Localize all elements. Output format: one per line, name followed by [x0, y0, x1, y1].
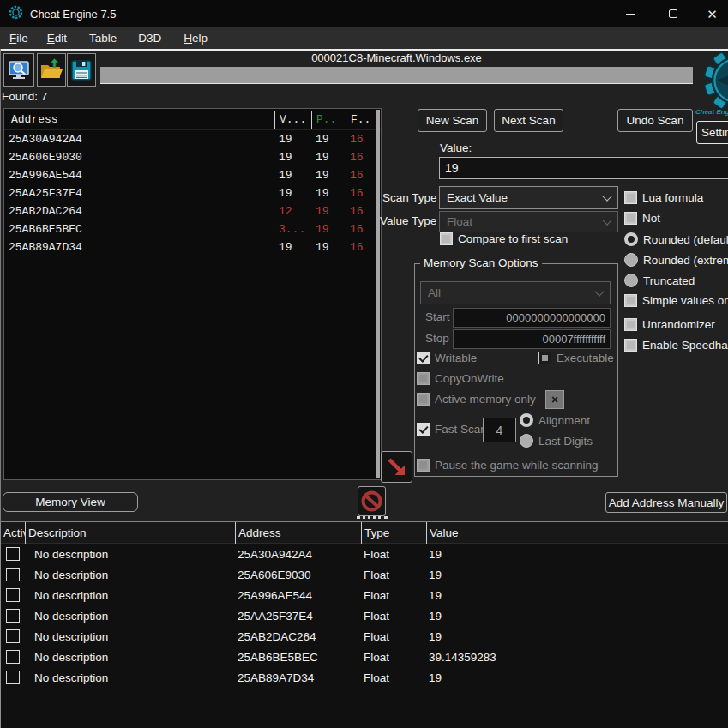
save-table-button[interactable]: [67, 53, 96, 87]
found-row[interactable]: 25A30A942A4 19 19 16: [4, 130, 381, 148]
active-checkbox[interactable]: [6, 609, 20, 623]
active-checkbox[interactable]: [6, 568, 20, 581]
scan-progress-bar: [100, 67, 693, 84]
alignment-radio[interactable]: [520, 413, 533, 427]
enable-speedhack-checkbox[interactable]: [624, 339, 637, 352]
pause-game-checkbox[interactable]: [417, 459, 430, 472]
address-row[interactable]: No description 25A606E9030 Float 19: [1, 564, 728, 585]
found-row[interactable]: 25AB2DAC264 12 19 16: [4, 202, 381, 220]
rounded-extreme-option[interactable]: Rounded (extrem: [624, 253, 728, 267]
column-value[interactable]: V...: [274, 111, 311, 129]
menu-table[interactable]: Table: [80, 32, 126, 45]
executable-checkbox[interactable]: [538, 352, 551, 364]
undo-scan-button[interactable]: Undo Scan: [617, 109, 693, 132]
writable-option[interactable]: Writable: [417, 352, 477, 364]
lua-formula-option[interactable]: Lua formula: [624, 191, 728, 204]
executable-option[interactable]: Executable: [538, 352, 614, 364]
not-checkbox[interactable]: [624, 212, 637, 225]
column-type[interactable]: Type: [361, 522, 426, 544]
menu-help[interactable]: Help: [174, 32, 217, 45]
lua-formula-checkbox[interactable]: [624, 191, 637, 204]
column-previous[interactable]: P..: [311, 111, 346, 129]
found-address: 25A996AE544: [4, 166, 274, 184]
found-row[interactable]: 25AA25F37E4 19 19 16: [4, 184, 381, 202]
address-row[interactable]: No description 25A30A942A4 Float 19: [1, 544, 728, 564]
found-row[interactable]: 25AB6BE5BEC 3... 19 16: [4, 220, 381, 238]
address-row[interactable]: No description 25AB89A7D34 Float 19: [1, 667, 728, 688]
close-button[interactable]: ✕: [696, 0, 728, 27]
maximize-button[interactable]: [653, 0, 693, 27]
column-address[interactable]: Address: [4, 113, 274, 126]
column-active[interactable]: Active: [1, 522, 25, 544]
save-floppy-icon: [70, 59, 93, 81]
fast-scan-option[interactable]: Fast Scan: [417, 423, 487, 436]
fast-scan-checkbox[interactable]: [417, 423, 430, 436]
settings-button[interactable]: Settings: [696, 121, 728, 144]
compare-first-scan-checkbox[interactable]: [440, 232, 453, 245]
value-label: Value:: [440, 141, 472, 154]
new-scan-button[interactable]: New Scan: [418, 109, 487, 132]
pause-game-option[interactable]: Pause the game while scanning: [417, 459, 616, 472]
active-memory-checkbox[interactable]: [417, 393, 430, 406]
rounded-default-radio[interactable]: [624, 232, 638, 246]
minimize-button[interactable]: [611, 0, 650, 27]
active-memory-x-button[interactable]: ×: [545, 390, 564, 409]
address-row[interactable]: No description 25AA25F37E4 Float 19: [1, 605, 728, 626]
active-checkbox[interactable]: [6, 650, 20, 664]
menu-edit[interactable]: Edit: [38, 32, 76, 45]
active-checkbox[interactable]: [6, 547, 20, 561]
copy-on-write-option[interactable]: CopyOnWrite: [417, 372, 504, 385]
memory-view-button[interactable]: Memory View: [3, 492, 138, 512]
active-memory-option[interactable]: Active memory only: [417, 393, 536, 406]
stop-address-field[interactable]: 00007fffffffffff: [453, 329, 611, 349]
found-value: 19: [274, 166, 311, 184]
copy-on-write-checkbox[interactable]: [417, 372, 430, 385]
add-address-manually-button[interactable]: Add Address Manually: [605, 492, 727, 513]
menu-file[interactable]: File: [0, 32, 38, 45]
simple-values-option[interactable]: Simple values onl: [624, 294, 728, 307]
start-address-field[interactable]: 0000000000000000: [453, 308, 611, 328]
next-scan-button[interactable]: Next Scan: [494, 109, 563, 132]
column-address[interactable]: Address: [235, 522, 361, 544]
rounded-extreme-radio[interactable]: [624, 253, 638, 267]
column-first[interactable]: F..: [346, 111, 376, 129]
writable-checkbox[interactable]: [417, 352, 430, 364]
found-value: 3...: [274, 220, 311, 238]
splitter-handle[interactable]: [357, 516, 388, 520]
rounded-default-option[interactable]: Rounded (default: [624, 232, 728, 246]
active-checkbox[interactable]: [6, 588, 20, 602]
unrandomizer-checkbox[interactable]: [624, 318, 637, 331]
column-description[interactable]: Description: [25, 522, 235, 544]
truncated-option[interactable]: Truncated: [624, 274, 728, 287]
found-row[interactable]: 25A606E9030 19 19 16: [4, 148, 381, 166]
found-list-scrollbar[interactable]: [376, 110, 380, 478]
select-process-button[interactable]: [3, 53, 34, 87]
unrandomizer-option[interactable]: Unrandomizer: [624, 318, 728, 331]
alignment-option[interactable]: Alignment: [520, 413, 590, 427]
menu-separator: [0, 49, 728, 51]
menu-d3d[interactable]: D3D: [129, 32, 171, 45]
found-addresses-list[interactable]: Address V... P.. F.. 25A30A942A4 19 19 1…: [3, 108, 382, 480]
found-row[interactable]: 25AB89A7D34 19 19 16: [4, 238, 381, 256]
found-row[interactable]: 25A996AE544 19 19 16: [4, 166, 381, 184]
address-row[interactable]: No description 25AB2DAC264 Float 19: [1, 626, 728, 647]
cancel-scan-button[interactable]: [358, 486, 386, 516]
active-checkbox[interactable]: [6, 671, 20, 684]
last-digits-option[interactable]: Last Digits: [520, 434, 593, 448]
address-row[interactable]: No description 25A996AE544 Float 19: [1, 585, 728, 605]
address-row[interactable]: No description 25AB6BE5BEC Float 39.1435…: [1, 647, 728, 667]
address-table[interactable]: Active Description Address Type Value No…: [0, 522, 728, 728]
value-input[interactable]: [439, 157, 728, 179]
last-digits-radio[interactable]: [520, 434, 533, 448]
compare-first-scan-option[interactable]: Compare to first scan: [440, 232, 568, 245]
add-selected-addresses-button[interactable]: [381, 451, 412, 483]
column-value[interactable]: Value: [426, 522, 728, 544]
open-table-button[interactable]: [37, 53, 66, 87]
active-checkbox[interactable]: [6, 629, 20, 643]
not-option[interactable]: Not: [624, 212, 728, 225]
scan-type-dropdown[interactable]: Exact Value: [439, 186, 618, 209]
enable-speedhack-option[interactable]: Enable Speedhac: [624, 339, 728, 352]
truncated-radio[interactable]: [624, 274, 638, 287]
simple-values-checkbox[interactable]: [624, 294, 637, 307]
fast-scan-alignment-input[interactable]: 4: [483, 418, 516, 442]
